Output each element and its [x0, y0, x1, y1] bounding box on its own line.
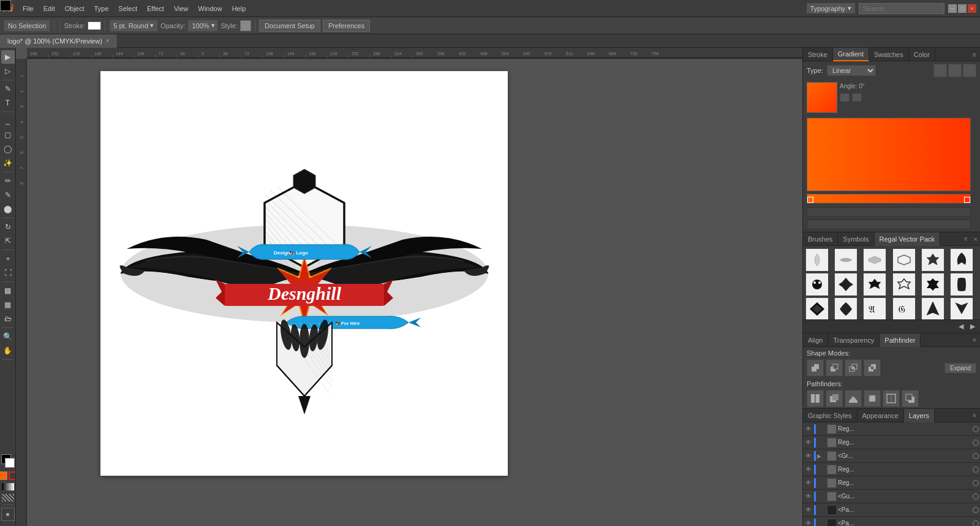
intersect-btn[interactable]	[845, 359, 862, 376]
layer-visibility-icon[interactable]: 👁	[804, 506, 813, 514]
merge-btn[interactable]	[845, 390, 862, 407]
tab-swatches[interactable]: Swatches	[869, 48, 909, 61]
menu-type[interactable]: Type	[90, 3, 113, 14]
selection-tool[interactable]: ▶	[1, 50, 15, 64]
trim-btn[interactable]	[826, 390, 843, 407]
tab-symbols[interactable]: Symbols	[838, 232, 874, 246]
layer-expand-icon[interactable]: ▶	[817, 453, 826, 459]
tab-regal[interactable]: Regal Vector Pack	[875, 232, 941, 246]
layer-visibility-icon[interactable]: 👁	[804, 465, 813, 474]
layer-target-circle[interactable]	[973, 453, 979, 459]
scale-tool[interactable]: ⇱	[1, 234, 15, 248]
layer-target-circle[interactable]	[973, 494, 979, 500]
brush-item[interactable]	[950, 248, 973, 272]
gradient-stop-right[interactable]	[964, 197, 970, 203]
brush-item[interactable]	[921, 297, 944, 319]
menu-object[interactable]: Object	[61, 3, 89, 14]
type-tool[interactable]: T	[1, 96, 15, 110]
menu-window[interactable]: Window	[194, 3, 227, 14]
close-button[interactable]: ×	[968, 4, 976, 13]
preferences-button[interactable]: Preferences	[323, 20, 370, 32]
layers-menu[interactable]: ≡	[969, 409, 980, 422]
tab-gradient[interactable]: Gradient	[833, 48, 869, 61]
blob-brush-tool[interactable]: ⬤	[1, 202, 15, 216]
brushes-collapse[interactable]: ×	[971, 232, 980, 245]
exclude-btn[interactable]	[864, 359, 881, 376]
menu-help[interactable]: Help	[228, 3, 251, 14]
gradient-opt-1[interactable]	[840, 93, 850, 102]
panel-menu-icon[interactable]: ≡	[969, 48, 980, 61]
stroke-size-selector[interactable]: 5 pt. Round ▾	[109, 20, 158, 32]
layer-visibility-icon[interactable]: 👁	[804, 519, 813, 527]
tab-align[interactable]: Align	[803, 334, 828, 347]
pen-tool[interactable]: ✎	[1, 82, 15, 96]
style-selector[interactable]	[240, 20, 251, 31]
tab-pathfinder[interactable]: Pathfinder	[880, 334, 921, 347]
brush-item[interactable]	[921, 248, 944, 272]
document-setup-button[interactable]: Document Setup	[259, 20, 320, 32]
menu-view[interactable]: View	[170, 3, 193, 14]
line-tool[interactable]: ⎯	[1, 114, 15, 128]
fill-icon[interactable]	[0, 471, 7, 480]
brush-item[interactable]: 𝔄	[863, 297, 886, 319]
brush-item[interactable]: 𝔊	[892, 297, 916, 319]
tab-layers[interactable]: Layers	[904, 409, 935, 422]
minus-back-btn[interactable]	[902, 390, 919, 407]
brush-item[interactable]	[950, 273, 973, 296]
color-squares[interactable]	[1, 454, 15, 468]
menu-select[interactable]: Select	[114, 3, 141, 14]
free-transform-tool[interactable]: ⛶	[1, 266, 15, 280]
align-menu[interactable]: ≡	[969, 334, 980, 346]
gradient-large-preview[interactable]	[807, 118, 971, 191]
zoom-tool[interactable]: 🔍	[1, 330, 15, 343]
tab-color[interactable]: Color	[909, 48, 935, 61]
tab-appearance[interactable]: Appearance	[858, 409, 904, 422]
gradient-opt-2[interactable]	[852, 93, 862, 102]
menu-edit[interactable]: Edit	[39, 3, 59, 14]
maximize-button[interactable]: □	[958, 4, 967, 13]
layer-visibility-icon[interactable]: 👁	[804, 452, 813, 460]
document-tab[interactable]: logo* @ 100% (CMYK/Preview) ×	[0, 34, 118, 48]
stroke-color[interactable]	[88, 21, 101, 30]
layer-row[interactable]: 👁 <Pa...	[803, 503, 980, 517]
doc-tab-close[interactable]: ×	[106, 37, 110, 44]
brush-item[interactable]	[805, 248, 829, 272]
mesh-tool[interactable]: ▦	[1, 298, 15, 311]
layer-target-circle[interactable]	[973, 440, 979, 446]
brush-item[interactable]	[950, 297, 973, 319]
layer-row[interactable]: 👁 Reg...	[803, 476, 980, 490]
blend-icon-1[interactable]	[933, 64, 947, 77]
brush-item[interactable]	[892, 248, 916, 272]
brush-nav-left[interactable]: ◀	[956, 321, 966, 332]
minus-front-btn[interactable]	[826, 359, 843, 376]
outline-btn[interactable]	[883, 390, 900, 407]
gradient-tool[interactable]: ▩	[1, 284, 15, 297]
star-tool[interactable]: ✨	[1, 156, 15, 170]
brush-item[interactable]	[805, 297, 829, 319]
fill-color[interactable]	[0, 0, 11, 11]
gradient-slider[interactable]	[807, 194, 971, 204]
layer-visibility-icon[interactable]: 👁	[804, 479, 813, 487]
unite-btn[interactable]	[807, 359, 824, 376]
layer-row[interactable]: 👁 Reg...	[803, 463, 980, 476]
menu-effect[interactable]: Effect	[143, 3, 168, 14]
hand-tool[interactable]: ✋	[1, 344, 15, 357]
layer-row[interactable]: 👁 Reg...	[803, 436, 980, 449]
canvas-content[interactable]: Designer Logo Desnghill	[27, 59, 802, 526]
brush-item[interactable]	[863, 273, 886, 296]
tab-brushes[interactable]: Brushes	[803, 232, 838, 246]
layer-target-circle[interactable]	[973, 480, 979, 486]
none-icon[interactable]	[1, 494, 15, 502]
layer-row[interactable]: 👁 ▶ <Gr...	[803, 449, 980, 463]
brush-item[interactable]	[921, 273, 944, 296]
expand-button[interactable]: Expand	[944, 363, 976, 373]
gradient-swatch-small[interactable]	[807, 82, 837, 113]
crop-btn[interactable]	[864, 390, 881, 407]
menu-file[interactable]: File	[18, 3, 38, 14]
brush-item[interactable]	[863, 248, 886, 272]
gradient-stop-left[interactable]	[807, 197, 813, 203]
layer-visibility-icon[interactable]: 👁	[804, 438, 813, 447]
layer-target-circle[interactable]	[973, 467, 979, 473]
layer-row[interactable]: 👁 Reg...	[803, 422, 980, 436]
background-color[interactable]	[5, 458, 15, 468]
